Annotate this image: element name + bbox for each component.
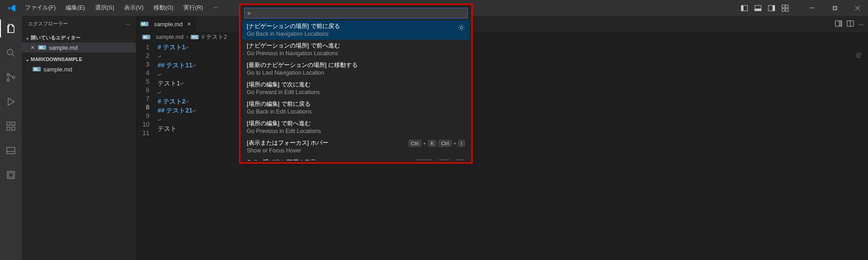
menu-item[interactable]: 表示(V): [120, 2, 148, 14]
open-editor-item[interactable]: × M↓ sample.md: [22, 43, 136, 52]
close-icon[interactable]: ×: [187, 20, 191, 28]
svg-rect-25: [839, 21, 842, 26]
layout-panel-bottom-icon[interactable]: [753, 3, 763, 13]
explorer-sidebar: エクスプローラー ··· ⌄ 開いているエディター × M↓ sample.md…: [22, 16, 136, 260]
split-editor-icon[interactable]: [847, 20, 854, 28]
svg-rect-11: [833, 7, 836, 10]
folder-header[interactable]: ⌄ MARKDOWNSAMPLE: [22, 54, 136, 64]
activity-bar: [0, 16, 22, 260]
editor-tab[interactable]: M↓ sample.md ×: [136, 16, 196, 32]
tab-label: sample.md: [154, 21, 183, 28]
svg-rect-7: [786, 5, 788, 8]
activity-explorer[interactable]: [0, 19, 22, 38]
command-palette-item[interactable]: [最新のナビゲーションの場所] に移動するGo to Last Navigati…: [242, 59, 470, 79]
markdown-file-icon: M↓: [33, 67, 41, 71]
open-editors-header[interactable]: ⌄ 開いているエディター: [22, 33, 136, 43]
svg-rect-20: [12, 122, 15, 125]
customize-layout-icon[interactable]: [780, 3, 790, 13]
svg-point-16: [13, 76, 15, 79]
close-button[interactable]: [847, 0, 868, 16]
activity-extensions[interactable]: [0, 117, 22, 135]
markdown-file-icon: M↓: [38, 45, 46, 50]
menu-item[interactable]: 移動(G): [149, 2, 177, 14]
activity-copilot[interactable]: [0, 166, 22, 184]
command-palette-list: [ナビゲーションの場所] で前に戻るGo Back in Navigation …: [242, 20, 470, 161]
command-palette: [ナビゲーションの場所] で前に戻るGo Back in Navigation …: [239, 4, 473, 164]
activity-debug[interactable]: [0, 93, 22, 111]
svg-rect-21: [7, 147, 15, 154]
svg-rect-12: [834, 6, 837, 9]
command-palette-item[interactable]: [場所の編集] で次に進むGo Forward in Edit Location…: [242, 79, 470, 98]
explorer-more-icon[interactable]: ···: [125, 21, 129, 27]
chevron-down-icon: ⌄: [24, 57, 31, 62]
svg-rect-8: [782, 9, 785, 11]
explorer-title: エクスプローラー: [28, 20, 68, 27]
command-palette-item[interactable]: [ナビゲーションの場所] で前に戻るGo Back in Navigation …: [242, 20, 470, 40]
command-palette-input[interactable]: [244, 8, 468, 19]
menu-item[interactable]: ファイル(F): [21, 2, 60, 14]
open-editor-filename: sample.md: [49, 44, 78, 51]
svg-rect-19: [12, 127, 15, 130]
breadcrumb-symbol: # テスト2: [201, 33, 227, 41]
menu-item[interactable]: 実行(R): [179, 2, 207, 14]
minimap-region[interactable]: [854, 52, 863, 58]
menu-item[interactable]: ···: [209, 2, 221, 14]
command-palette-item[interactable]: [場所の編集] で前に戻るGo Back in Edit Locations: [242, 98, 470, 118]
vscode-icon: [8, 4, 16, 12]
gear-icon[interactable]: [458, 24, 465, 33]
chevron-right-icon: ›: [186, 34, 188, 40]
maximize-button[interactable]: [825, 0, 845, 16]
menu-bar: ファイル(F)編集(E)選択(S)表示(V)移動(G)実行(R)···: [21, 2, 222, 14]
activity-panel[interactable]: [0, 142, 22, 160]
command-palette-item[interactable]: [場所の編集] で前へ進むGo Previous in Edit Locatio…: [242, 118, 470, 137]
chevron-down-icon: ⌄: [24, 35, 31, 41]
menu-item[interactable]: 編集(E): [62, 2, 89, 14]
command-palette-item[interactable]: Calls: 呼び出し階層の表示Calls: Show Call Hierarc…: [242, 156, 470, 161]
command-palette-item[interactable]: [表示またはフォーカス] ホバーShow or Focus HoverCtrl+…: [242, 137, 470, 156]
svg-rect-17: [7, 122, 10, 125]
svg-rect-10: [810, 8, 815, 8]
layout-panel-left-icon[interactable]: [739, 3, 749, 13]
activity-scm[interactable]: [0, 68, 22, 86]
svg-point-15: [7, 79, 10, 81]
breadcrumb-file: sample.md: [156, 34, 183, 40]
svg-rect-3: [755, 9, 761, 11]
svg-rect-23: [9, 173, 13, 177]
svg-point-13: [7, 49, 13, 55]
svg-point-27: [460, 27, 463, 29]
command-palette-item[interactable]: [ナビゲーションの場所] で前へ進むGo Previous in Navigat…: [242, 40, 470, 59]
activity-search[interactable]: [0, 44, 22, 62]
svg-rect-5: [772, 5, 775, 11]
file-name: sample.md: [43, 66, 72, 73]
heading-icon: H1: [191, 35, 199, 39]
menu-item[interactable]: 選択(S): [91, 2, 119, 14]
svg-point-14: [7, 74, 10, 76]
svg-rect-18: [7, 127, 10, 130]
markdown-file-icon: M↓: [140, 22, 149, 26]
svg-rect-1: [741, 5, 743, 11]
markdown-file-icon: M↓: [142, 35, 150, 39]
minimize-button[interactable]: [802, 0, 823, 16]
more-icon[interactable]: ···: [858, 21, 863, 28]
svg-rect-9: [786, 9, 788, 11]
file-row[interactable]: M↓ sample.md: [22, 64, 136, 74]
preview-side-icon[interactable]: [835, 20, 842, 28]
svg-rect-6: [782, 5, 785, 8]
close-icon[interactable]: ×: [31, 44, 38, 51]
layout-panel-right-icon[interactable]: [767, 3, 777, 13]
